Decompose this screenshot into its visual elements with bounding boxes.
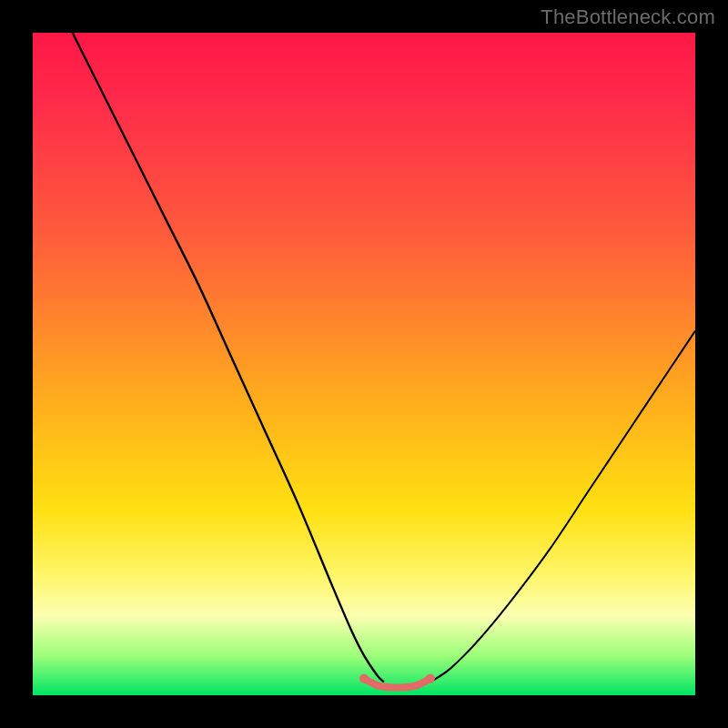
valley-floor-segment (364, 679, 430, 688)
plot-area (33, 33, 695, 695)
curve-right-branch (430, 331, 695, 682)
curve-layer (33, 33, 695, 695)
watermark-text: TheBottleneck.com (541, 5, 715, 29)
valley-left-dot (359, 674, 369, 683)
curve-left-branch (73, 33, 384, 682)
valley-right-dot (426, 674, 435, 683)
chart-frame: TheBottleneck.com (0, 0, 728, 728)
